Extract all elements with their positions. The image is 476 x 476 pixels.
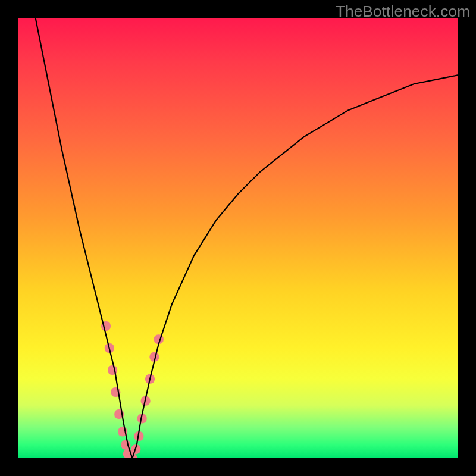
plot-area (18, 18, 458, 458)
markers-layer (101, 321, 164, 458)
watermark-text: TheBottleneck.com (336, 2, 470, 21)
outer-frame: TheBottleneck.com (0, 0, 476, 476)
bottleneck-curve (36, 18, 458, 458)
chart-svg (18, 18, 458, 458)
